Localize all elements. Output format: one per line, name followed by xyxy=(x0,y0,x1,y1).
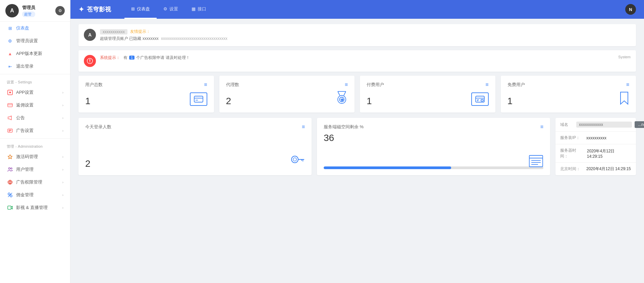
system-notice-label: 系统提示： xyxy=(100,55,120,60)
svg-point-10 xyxy=(11,168,12,169)
progress-bar-area xyxy=(324,160,543,169)
stat-icon-card xyxy=(190,92,207,106)
topbar: ✦ 苍穹影视 ⊞ 仪表盘 ⚙ 设置 ▦ 接口 N xyxy=(70,0,644,19)
main-content: ✦ 苍穹影视 ⊞ 仪表盘 ⚙ 设置 ▦ 接口 N A xyxy=(70,0,644,283)
server-time-label: 服务器时间： xyxy=(560,148,584,159)
settings-tab-icon: ⚙ xyxy=(163,6,167,11)
system-notice-icon xyxy=(84,55,96,67)
chevron-right-icon: › xyxy=(62,91,63,94)
beijing-time-row: 北京时间： 2020年4月12日 14:29:15 xyxy=(555,163,636,175)
stat-menu-icon[interactable]: ≡ xyxy=(302,124,305,130)
friend-notice-label: 友情提示： xyxy=(130,29,150,34)
domain-input[interactable] xyxy=(576,122,632,128)
dashboard-tab-icon: ⊞ xyxy=(131,6,135,11)
tab-api[interactable]: ▦ 接口 xyxy=(185,0,213,19)
stat-icon-medal: ★ xyxy=(336,90,348,106)
sidebar-item-dashboard[interactable]: ⊞ 仪表盘 xyxy=(0,22,70,34)
chevron-right-icon: › xyxy=(62,181,63,184)
dashboard-icon: ⊞ xyxy=(7,26,13,31)
stat-menu-icon[interactable]: ≡ xyxy=(204,82,207,88)
disk-progress-fill xyxy=(324,166,451,169)
stat-menu-icon[interactable]: ≡ xyxy=(485,82,488,88)
stat-menu-icon[interactable]: ≡ xyxy=(345,82,348,88)
svg-point-13 xyxy=(10,195,12,197)
stat-title-disk-space: 服务端磁空间剩余 % xyxy=(324,124,364,130)
stat-card-total-users: 用户总数 ≡ 1 xyxy=(78,76,214,113)
friend-notice-text: 超级管理员账户 已隐藏 xxxxxxxx xxxxxxxxxxxxxxxxxxx… xyxy=(100,36,227,41)
sidebar-item-user-management[interactable]: 用户管理 › xyxy=(0,163,70,176)
sidebar-item-commission[interactable]: 佣金管理 › xyxy=(0,189,70,201)
svg-point-19 xyxy=(90,62,90,63)
system-notice-content: 系统提示： 有 1 个广告权限申请 请及时处理！ xyxy=(100,55,614,61)
stat-title-login-today: 今天登录人数 xyxy=(85,124,111,130)
stat-icon-bookmark xyxy=(619,91,629,106)
avatar: A xyxy=(5,4,19,17)
svg-marker-16 xyxy=(11,206,12,209)
logo-icon: ✦ xyxy=(78,5,84,13)
svg-point-34 xyxy=(291,156,298,163)
logout-icon: ⇤ xyxy=(7,64,13,69)
domain-btn[interactable]: ...nown xyxy=(635,121,644,128)
server-ip-value: xxxxxxxxxx xyxy=(586,136,606,140)
trophy-icon xyxy=(7,154,13,159)
svg-text:★: ★ xyxy=(341,98,343,101)
server-time-row: 服务器时间： 2020年4月12日 14:29:15 xyxy=(555,144,636,163)
sidebar-item-logout[interactable]: ⇤ 退出登录 xyxy=(0,60,70,73)
stat-icon-list xyxy=(529,155,543,168)
sidebar-item-app-update[interactable]: ▲ APP版本更新 xyxy=(0,47,70,60)
server-ip-row: 服务装IP： xxxxxxxxxx xyxy=(555,132,636,144)
svg-point-1 xyxy=(9,92,11,93)
svg-rect-2 xyxy=(8,103,12,107)
user-info: 管理员 超管 xyxy=(22,5,35,17)
stat-value-free-users: 1 xyxy=(507,96,630,107)
friend-notice-avatar: A xyxy=(84,29,96,41)
disk-progress-bar xyxy=(324,166,543,169)
tab-dashboard[interactable]: ⊞ 仪表盘 xyxy=(124,0,157,19)
chevron-right-icon: › xyxy=(62,103,63,107)
sidebar: A 管理员 超管 ⚙ ⊞ 仪表盘 ⚙ 管理员设置 ▲ APP版本更新 ⇤ 退出登… xyxy=(0,0,70,283)
svg-rect-15 xyxy=(8,206,11,209)
chevron-right-icon: › xyxy=(62,193,63,197)
sidebar-item-admin-settings[interactable]: ⚙ 管理员设置 xyxy=(0,34,70,47)
notice-system: 系统提示： 有 1 个广告权限申请 请及时处理！ System xyxy=(78,50,636,72)
stat-title-agents: 代理数 xyxy=(226,82,239,88)
stat-card-paid-users: 付费用户 ≡ 1 xyxy=(360,76,495,113)
tab-settings[interactable]: ⚙ 设置 xyxy=(157,0,185,19)
topbar-avatar[interactable]: N xyxy=(625,4,636,15)
sidebar-item-ad-settings[interactable]: 广告设置 › xyxy=(0,124,70,137)
sidebar-item-app-settings[interactable]: APP设置 › xyxy=(0,86,70,99)
stat-title-paid-users: 付费用户 xyxy=(367,82,384,88)
stat-title-free-users: 免费用户 xyxy=(507,82,525,88)
stat-card-agents: 代理数 ≡ 2 ★ xyxy=(219,76,355,113)
sidebar-item-ad-permission[interactable]: 广告权限管理 › xyxy=(0,176,70,189)
stat-value-total-users: 1 xyxy=(85,96,207,107)
chevron-right-icon: › xyxy=(62,168,63,171)
app-update-icon: ▲ xyxy=(7,51,13,56)
announcement-icon xyxy=(7,115,13,121)
notice-badge: 1 xyxy=(129,56,135,60)
sidebar-item-video-live[interactable]: 影视 & 直播管理 › xyxy=(0,201,70,214)
server-info-card: 域名 ...nown 服务装IP： xxxxxxxxxx 服务器时间： 2020… xyxy=(555,118,636,175)
app-name: 苍穹影视 xyxy=(87,5,111,13)
svg-rect-33 xyxy=(481,99,483,101)
users-icon xyxy=(7,167,13,172)
stat-title-total-users: 用户总数 xyxy=(85,82,103,88)
stat-value-disk-space: 36 xyxy=(324,133,543,143)
svg-rect-20 xyxy=(194,96,203,102)
username: 管理员 xyxy=(22,5,35,11)
sidebar-item-cashback[interactable]: 返佣设置 › xyxy=(0,99,70,112)
stat-card-disk-space: 服务端磁空间剩余 % ≡ 36 xyxy=(317,118,550,175)
settings-section-label: 设置 - Settings xyxy=(0,76,70,86)
notice-suffix: xxxxxxxxxxxxxxxxxxxxxxxxxxxxxxxxx xyxy=(161,36,227,41)
chevron-right-icon: › xyxy=(62,155,63,159)
stat-menu-icon[interactable]: ≡ xyxy=(626,82,629,88)
stat-icon-card2 xyxy=(471,92,489,106)
sidebar-item-activation-code[interactable]: 激活码管理 › xyxy=(0,150,70,163)
stat-menu-icon[interactable]: ≡ xyxy=(540,124,543,130)
gear-icon xyxy=(7,180,13,185)
settings-icon[interactable]: ⚙ xyxy=(55,6,65,15)
highlight-value: xxxxxxxx xyxy=(143,36,159,41)
sidebar-item-announcement[interactable]: 公告 › xyxy=(0,112,70,124)
topbar-tabs: ⊞ 仪表盘 ⚙ 设置 ▦ 接口 xyxy=(124,0,213,19)
svg-point-12 xyxy=(8,193,10,195)
